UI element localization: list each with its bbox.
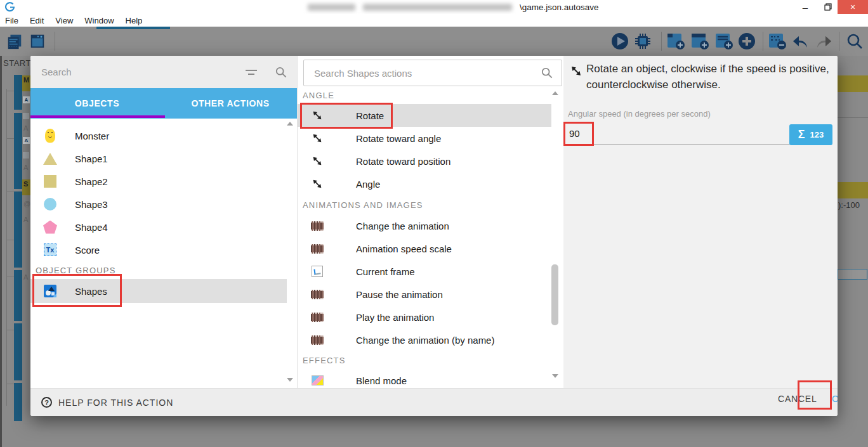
object-label: Shape3 <box>75 199 108 210</box>
animation-icon <box>310 290 324 299</box>
search-icon[interactable] <box>845 32 864 51</box>
scroll-up-arrow[interactable] <box>287 122 293 126</box>
toolbar-separator <box>55 32 55 51</box>
expression-editor-button[interactable]: Σ 123 <box>789 124 832 145</box>
event-color-bar <box>14 383 22 421</box>
comment-event-cell: S <box>22 179 30 195</box>
add-event-icon[interactable] <box>666 32 685 51</box>
remove-event-icon[interactable] <box>768 32 787 51</box>
object-group-icon <box>43 285 57 297</box>
comment-event-cell <box>838 182 868 198</box>
circle-icon <box>43 198 57 211</box>
scroll-down-arrow[interactable] <box>287 378 293 382</box>
minimize-button[interactable]: – <box>794 0 816 14</box>
undo-icon[interactable] <box>791 32 810 51</box>
action-label: Rotate <box>356 110 384 121</box>
triangle-icon <box>43 153 57 165</box>
object-label: Shape2 <box>75 176 108 187</box>
search-icon[interactable] <box>541 67 553 79</box>
angular-speed-input[interactable] <box>568 123 812 145</box>
redacted-title-segment <box>308 4 355 11</box>
list-item[interactable]: Shape2 <box>30 170 297 193</box>
action-item[interactable]: Blend mode <box>298 369 551 388</box>
help-label: HELP FOR THIS ACTION <box>58 398 173 408</box>
action-item[interactable]: Change the animation (by name) <box>298 328 551 351</box>
scroll-down-arrow[interactable] <box>552 374 558 378</box>
action-item[interactable]: Angle <box>298 172 551 195</box>
add-comment-icon[interactable] <box>714 32 733 51</box>
help-link[interactable]: ? HELP FOR THIS ACTION <box>41 397 173 408</box>
list-item[interactable]: Shape4 <box>30 216 297 238</box>
window-title-text: \game.json.autosave <box>520 3 599 12</box>
condition-icon <box>23 113 29 119</box>
project-manager-icon[interactable] <box>5 32 24 51</box>
action-item[interactable]: Animation speed scale <box>298 237 551 260</box>
action-label: Change the animation <box>356 221 449 231</box>
object-label: Shape1 <box>75 153 108 164</box>
close-button[interactable]: × <box>838 0 868 14</box>
restore-button[interactable] <box>819 0 838 14</box>
object-label: Shape4 <box>75 222 108 233</box>
actions-search-input[interactable] <box>314 68 541 79</box>
search-icon[interactable] <box>275 67 287 78</box>
object-search-input[interactable] <box>41 67 245 77</box>
add-circle-icon[interactable] <box>737 32 756 51</box>
ok-button[interactable]: OK <box>832 394 838 404</box>
blend-mode-icon <box>310 375 324 385</box>
active-tab-underline <box>30 115 165 118</box>
menu-help[interactable]: Help <box>120 16 148 25</box>
instruction-editor-dialog: OBJECTS OTHER ACTIONS Monster Shape1 Sha… <box>30 56 838 416</box>
section-header: EFFECTS <box>298 351 551 369</box>
cancel-button[interactable]: CANCEL <box>778 394 817 404</box>
debugger-icon[interactable] <box>633 32 652 51</box>
action-item[interactable]: Change the animation <box>298 214 551 237</box>
action-detail-panel <box>563 56 838 388</box>
dialog-footer: ? HELP FOR THIS ACTION <box>30 388 838 416</box>
group-item-shapes[interactable]: Shapes <box>30 279 287 303</box>
menu-view[interactable]: View <box>49 16 79 25</box>
indent-guide <box>6 91 14 91</box>
action-item-rotate[interactable]: Rotate <box>298 104 551 127</box>
restore-icon <box>824 3 832 11</box>
events-header-text: START <box>3 58 31 68</box>
action-label: Change the animation (by name) <box>356 335 494 346</box>
scrollbar-thumb[interactable] <box>551 264 558 325</box>
rotate-icon <box>310 132 324 145</box>
action-item[interactable]: Play the animation <box>298 306 551 328</box>
redacted-title-segment <box>363 4 512 11</box>
window-title: \game.json.autosave <box>308 3 599 12</box>
action-item[interactable]: Pause the animation <box>298 283 551 306</box>
menu-window[interactable]: Window <box>79 16 119 25</box>
scene-editor-icon[interactable] <box>28 32 47 51</box>
redo-icon[interactable] <box>815 32 834 51</box>
action-item[interactable]: Rotate toward position <box>298 150 551 172</box>
toolbar <box>0 27 868 56</box>
list-item[interactable]: Tx Score <box>30 238 297 261</box>
add-subevent-icon[interactable] <box>690 32 709 51</box>
gdevelop-logo <box>4 2 15 12</box>
animation-icon <box>310 313 324 322</box>
list-item[interactable]: Monster <box>30 124 297 147</box>
menu-bar: File Edit View Window Help <box>0 14 868 27</box>
list-item[interactable]: Shape1 <box>30 147 297 170</box>
object-label: Score <box>75 245 100 256</box>
filter-icon[interactable] <box>245 67 258 77</box>
action-label: Play the animation <box>356 312 434 323</box>
action-item[interactable]: Rotate toward angle <box>298 127 551 150</box>
scroll-up-arrow[interactable] <box>552 91 558 95</box>
section-header: ANGLE <box>298 86 551 104</box>
angle-icon <box>310 178 324 190</box>
animation-icon <box>310 221 324 231</box>
action-item[interactable]: Current frame <box>298 260 551 283</box>
action-label: Pause the animation <box>356 289 443 300</box>
section-header: ANIMATIONS AND IMAGES <box>298 195 551 214</box>
menu-edit[interactable]: Edit <box>24 16 49 25</box>
menu-file[interactable]: File <box>0 16 24 25</box>
action-label: Blend mode <box>356 375 407 386</box>
event-color-bar <box>14 191 22 268</box>
play-icon[interactable] <box>610 32 629 51</box>
tab-objects[interactable]: OBJECTS <box>30 88 164 119</box>
tab-other-actions[interactable]: OTHER ACTIONS <box>164 88 297 119</box>
numbers-label: 123 <box>810 130 824 139</box>
list-item[interactable]: Shape3 <box>30 193 297 216</box>
